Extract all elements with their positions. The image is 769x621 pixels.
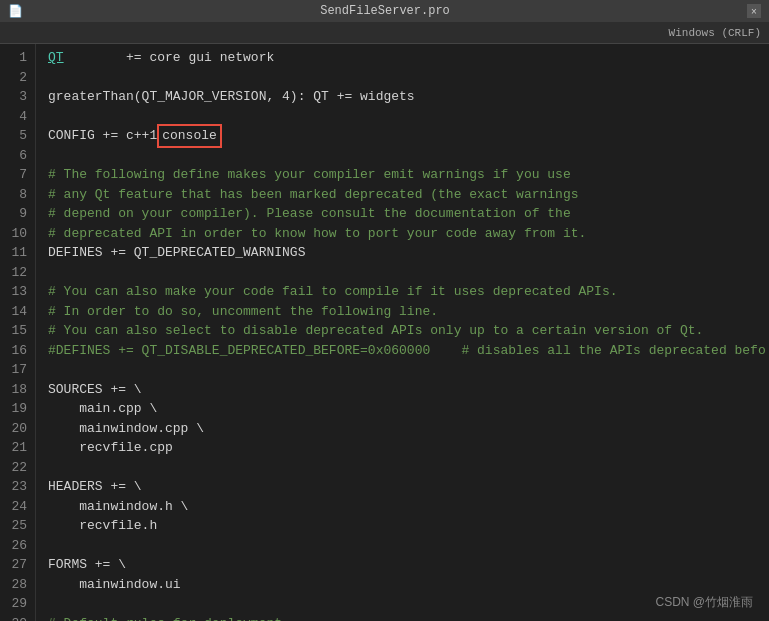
line-number: 11	[4, 243, 27, 263]
code-line	[48, 107, 769, 127]
line-number: 13	[4, 282, 27, 302]
code-line: mainwindow.ui	[48, 575, 769, 595]
code-line: mainwindow.h \	[48, 497, 769, 517]
code-line: # deprecated API in order to know how to…	[48, 224, 769, 244]
line-number: 19	[4, 399, 27, 419]
line-number: 3	[4, 87, 27, 107]
line-number: 8	[4, 185, 27, 205]
line-number: 20	[4, 419, 27, 439]
line-number: 4	[4, 107, 27, 127]
title-text: SendFileServer.pro	[31, 4, 739, 18]
code-line: greaterThan(QT_MAJOR_VERSION, 4): QT += …	[48, 87, 769, 107]
line-number: 25	[4, 516, 27, 536]
line-ending-info: Windows (CRLF)	[669, 27, 761, 39]
code-line: FORMS += \	[48, 555, 769, 575]
line-number: 14	[4, 302, 27, 322]
code-line: # You can also make your code fail to co…	[48, 282, 769, 302]
highlighted-console: console	[157, 124, 222, 148]
editor-container: 1234567891011121314151617181920212223242…	[0, 44, 769, 621]
code-line: mainwindow.cpp \	[48, 419, 769, 439]
file-icon: 📄	[8, 4, 23, 19]
close-button[interactable]: ×	[747, 4, 761, 18]
code-line: DEFINES += QT_DEPRECATED_WARNINGS	[48, 243, 769, 263]
top-bar: Windows (CRLF)	[0, 22, 769, 44]
code-line	[48, 263, 769, 283]
line-number: 29	[4, 594, 27, 614]
code-line: CONFIG += c++1console	[48, 126, 769, 146]
line-number: 28	[4, 575, 27, 595]
line-number: 23	[4, 477, 27, 497]
line-number: 9	[4, 204, 27, 224]
title-bar: 📄 SendFileServer.pro ×	[0, 0, 769, 22]
line-number: 18	[4, 380, 27, 400]
code-line: recvfile.h	[48, 516, 769, 536]
line-number: 2	[4, 68, 27, 88]
line-number: 7	[4, 165, 27, 185]
line-number: 6	[4, 146, 27, 166]
line-number: 10	[4, 224, 27, 244]
line-number: 12	[4, 263, 27, 283]
line-number: 5	[4, 126, 27, 146]
line-numbers: 1234567891011121314151617181920212223242…	[0, 44, 36, 621]
window-controls: ×	[747, 4, 761, 18]
line-number: 16	[4, 341, 27, 361]
code-line	[48, 68, 769, 88]
code-line: # Default rules for deployment.	[48, 614, 769, 622]
code-line	[48, 458, 769, 478]
line-number: 22	[4, 458, 27, 478]
code-line: # The following define makes your compil…	[48, 165, 769, 185]
code-line: SOURCES += \	[48, 380, 769, 400]
watermark: CSDN @竹烟淮雨	[655, 594, 753, 611]
line-number: 21	[4, 438, 27, 458]
line-number: 17	[4, 360, 27, 380]
code-line	[48, 536, 769, 556]
line-number: 1	[4, 48, 27, 68]
line-number: 30	[4, 614, 27, 622]
code-line: # depend on your compiler). Please consu…	[48, 204, 769, 224]
code-line	[48, 146, 769, 166]
code-line: # In order to do so, uncomment the follo…	[48, 302, 769, 322]
code-line: # any Qt feature that has been marked de…	[48, 185, 769, 205]
code-area[interactable]: QT += core gui networkgreaterThan(QT_MAJ…	[36, 44, 769, 621]
line-number: 15	[4, 321, 27, 341]
line-number: 26	[4, 536, 27, 556]
code-line: HEADERS += \	[48, 477, 769, 497]
line-number: 24	[4, 497, 27, 517]
code-line	[48, 360, 769, 380]
code-line: recvfile.cpp	[48, 438, 769, 458]
code-line: QT += core gui network	[48, 48, 769, 68]
code-line: #DEFINES += QT_DISABLE_DEPRECATED_BEFORE…	[48, 341, 769, 361]
code-line: main.cpp \	[48, 399, 769, 419]
code-line: # You can also select to disable depreca…	[48, 321, 769, 341]
line-number: 27	[4, 555, 27, 575]
